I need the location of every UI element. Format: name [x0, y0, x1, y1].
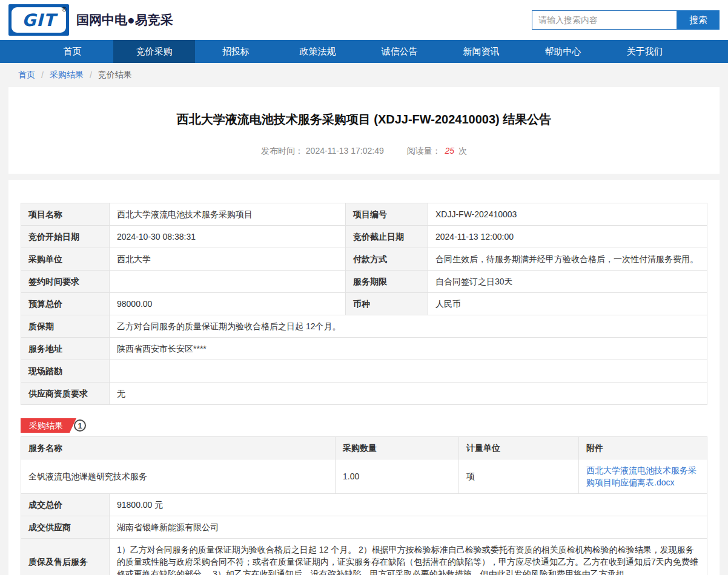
field-label: 采购单位: [21, 248, 110, 271]
site-header: GIT ® 国网中电●易竞采 搜索: [0, 0, 728, 40]
column-header-attachment: 附件: [579, 437, 707, 459]
table-row: 成交总价 91800.00 元: [21, 494, 707, 516]
search-bar: 搜索: [532, 10, 720, 30]
views-label: 阅读量：: [407, 146, 441, 156]
publish-time-label: 发布时间：: [261, 146, 303, 156]
breadcrumb-separator: /: [90, 70, 92, 80]
table-row: 质保及售后服务 1）乙方对合同服务的质量保证期为验收合格后之日起 12 个月。 …: [21, 539, 707, 575]
field-label: 质保期: [21, 315, 110, 338]
search-button[interactable]: 搜索: [677, 10, 720, 30]
nav-item-news[interactable]: 新闻资讯: [440, 40, 522, 63]
result-items-table: 服务名称 采购数量 计量单位 附件 全钒液流电池课题研究技术服务 1.00 项 …: [21, 436, 707, 494]
nav-item-policies[interactable]: 政策法规: [277, 40, 359, 63]
attachment-link[interactable]: 西北大学液流电池技术服务采购项目响应偏离表.docx: [586, 465, 697, 487]
field-label: 项目名称: [21, 203, 110, 226]
quantity-cell: 1.00: [336, 459, 459, 494]
field-value: 2024-11-13 12:00:00: [428, 226, 707, 248]
table-row: 竞价开始日期 2024-10-30 08:38:31 竞价截止日期 2024-1…: [21, 226, 707, 248]
table-row: 全钒液流电池课题研究技术服务 1.00 项 西北大学液流电池技术服务采购项目响应…: [21, 459, 707, 494]
publish-time-value: 2024-11-13 17:02:49: [306, 146, 384, 156]
nav-item-bidding-procurement[interactable]: 竞价采购: [113, 40, 195, 63]
warranty-after-sales-text: 1）乙方对合同服务的质量保证期为验收合格后之日起 12 个月。 2）根据甲方按检…: [110, 539, 707, 575]
search-input[interactable]: [532, 10, 677, 30]
field-label: 质保及售后服务: [21, 539, 110, 575]
field-value: 乙方对合同服务的质量保证期为验收合格后之日起 12个月。: [110, 315, 707, 338]
article-meta: 发布时间： 2024-11-13 17:02:49 阅读量： 25 次: [21, 146, 707, 157]
breadcrumb: 首页 / 采购结果 / 竞价结果: [0, 63, 728, 87]
field-value: [110, 360, 707, 383]
field-value: 合同生效后，待服务期满并经甲方验收合格后，一次性付清服务费用。: [428, 248, 707, 271]
logo-background: GIT: [12, 7, 66, 33]
views-unit: 次: [458, 146, 467, 156]
field-label: 现场踏勘: [21, 360, 110, 383]
field-label: 项目编号: [346, 203, 428, 226]
project-details-table: 项目名称 西北大学液流电池技术服务采购项目 项目编号 XDJJ-FW-20241…: [21, 203, 707, 405]
service-name-cell: 全钒液流电池课题研究技术服务: [21, 459, 336, 494]
nav-item-help-center[interactable]: 帮助中心: [522, 40, 604, 63]
site-title: 国网中电●易竞采: [76, 12, 173, 28]
field-value: 2024-10-30 08:38:31: [110, 226, 346, 248]
field-value: 西北大学液流电池技术服务采购项目: [110, 203, 346, 226]
field-value: 无: [110, 383, 707, 405]
winning-supplier: 湖南省银峰新能源有限公司: [110, 516, 707, 539]
table-row: 项目名称 西北大学液流电池技术服务采购项目 项目编号 XDJJ-FW-20241…: [21, 203, 707, 226]
result-summary-table: 成交总价 91800.00 元 成交供应商 湖南省银峰新能源有限公司 质保及售后…: [21, 493, 707, 575]
field-label: 服务期限: [346, 271, 428, 293]
table-row: 成交供应商 湖南省银峰新能源有限公司: [21, 516, 707, 539]
field-label: 竞价开始日期: [21, 226, 110, 248]
result-section-header: 采购结果 1: [21, 418, 707, 433]
field-label: 付款方式: [346, 248, 428, 271]
main-nav: 首页 竞价采购 招投标 政策法规 诚信公告 新闻资讯 帮助中心 关于我们: [0, 40, 728, 63]
views-count: 25: [445, 146, 455, 156]
field-value: 陕西省西安市长安区****: [110, 338, 707, 360]
field-label: 供应商资质要求: [21, 383, 110, 405]
field-label: 成交供应商: [21, 516, 110, 539]
field-label: 币种: [346, 293, 428, 315]
breadcrumb-procurement-results[interactable]: 采购结果: [50, 70, 84, 80]
breadcrumb-separator: /: [41, 70, 44, 80]
table-row: 质保期 乙方对合同服务的质量保证期为验收合格后之日起 12个月。: [21, 315, 707, 338]
result-badge-number: 1: [74, 419, 86, 432]
nav-item-about-us[interactable]: 关于我们: [604, 40, 686, 63]
site-logo[interactable]: GIT ®: [8, 4, 69, 36]
nav-item-home[interactable]: 首页: [31, 40, 113, 63]
logo-text: GIT: [22, 10, 56, 30]
field-value: 自合同签订之日30天: [428, 271, 707, 293]
field-value: XDJJ-FW-202410003: [428, 203, 707, 226]
breadcrumb-home[interactable]: 首页: [18, 70, 35, 80]
registered-trademark-icon: ®: [62, 5, 67, 13]
announcement-body-card: 项目名称 西北大学液流电池技术服务采购项目 项目编号 XDJJ-FW-20241…: [8, 180, 720, 575]
table-row: 采购单位 西北大学 付款方式 合同生效后，待服务期满并经甲方验收合格后，一次性付…: [21, 248, 707, 271]
field-value: [110, 271, 346, 293]
nav-item-tendering[interactable]: 招投标: [195, 40, 277, 63]
table-row: 签约时间要求 服务期限 自合同签订之日30天: [21, 271, 707, 293]
page-title: 西北大学液流电池技术服务采购项目 (XDJJ-FW-202410003) 结果公…: [21, 111, 707, 128]
table-row: 供应商资质要求 无: [21, 383, 707, 405]
column-header-quantity: 采购数量: [336, 437, 459, 459]
table-header-row: 服务名称 采购数量 计量单位 附件: [21, 437, 707, 459]
field-label: 预算总价: [21, 293, 110, 315]
unit-cell: 项: [459, 459, 579, 494]
result-badge: 采购结果: [21, 418, 76, 433]
announcement-header-card: 西北大学液流电池技术服务采购项目 (XDJJ-FW-202410003) 结果公…: [8, 87, 720, 174]
breadcrumb-current: 竞价结果: [98, 70, 132, 80]
field-label: 服务地址: [21, 338, 110, 360]
nav-item-integrity-announcements[interactable]: 诚信公告: [359, 40, 440, 63]
column-header-service-name: 服务名称: [21, 437, 336, 459]
field-label: 签约时间要求: [21, 271, 110, 293]
table-row: 现场踏勘: [21, 360, 707, 383]
field-label: 成交总价: [21, 494, 110, 516]
field-value: 西北大学: [110, 248, 346, 271]
field-value: 人民币: [428, 293, 707, 315]
column-header-unit: 计量单位: [459, 437, 579, 459]
table-row: 预算总价 98000.00 币种 人民币: [21, 293, 707, 315]
budget-total-value: 98000.00: [110, 293, 346, 315]
deal-total-price: 91800.00 元: [110, 494, 707, 516]
field-label: 竞价截止日期: [346, 226, 428, 248]
table-row: 服务地址 陕西省西安市长安区****: [21, 338, 707, 360]
